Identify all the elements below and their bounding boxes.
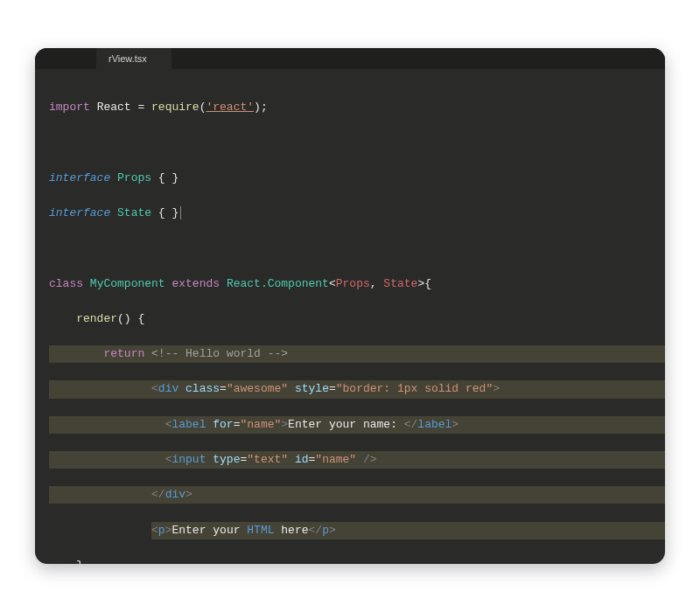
jsx-tag: div <box>158 382 178 395</box>
code-line-selected: <div class="awesome" style="border: 1px … <box>49 380 665 398</box>
text-cursor <box>180 206 181 219</box>
code-line: <p>Enter your HTML here</p> <box>49 522 665 539</box>
generic-param: Props <box>336 277 370 290</box>
string-literal: "text" <box>247 453 288 466</box>
keyword-extends: extends <box>172 277 220 290</box>
base-class: React.Component <box>227 277 329 290</box>
identifier: React <box>97 101 131 114</box>
function-call: require <box>151 101 200 114</box>
jsx-attr: class <box>186 382 220 395</box>
jsx-tag: p <box>322 524 329 537</box>
code-line: interface Props { } <box>49 170 665 187</box>
jsx-tag: label <box>172 418 206 431</box>
jsx-comment: <!-- Hello world --> <box>151 347 288 360</box>
type-name: Props <box>117 171 151 184</box>
file-tab[interactable]: rView.tsx <box>96 48 172 69</box>
string-literal: 'react' <box>206 101 254 114</box>
tab-bar: rView.tsx <box>35 48 665 69</box>
tab-filename: rView.tsx <box>108 53 147 64</box>
generic-param: State <box>383 277 417 290</box>
code-line-selected: </div> <box>49 486 665 504</box>
keyword-interface: interface <box>49 171 110 184</box>
jsx-text: Enter your name: <box>288 418 404 431</box>
code-line <box>49 134 665 151</box>
jsx-attr: id <box>295 453 309 466</box>
string-literal: "awesome" <box>227 382 288 395</box>
keyword-return: return <box>103 347 144 360</box>
jsx-tag: label <box>417 418 452 431</box>
code-line: interface State { } <box>49 205 665 222</box>
code-line: } <box>49 557 665 564</box>
jsx-attr: type <box>213 453 240 466</box>
code-line-selected: <input type="text" id="name" /> <box>49 451 665 469</box>
code-editor-area[interactable]: import React = require('react'); interfa… <box>35 69 665 564</box>
jsx-tag: div <box>165 488 186 501</box>
code-line: render() { <box>49 310 665 328</box>
class-name: MyComponent <box>90 277 165 290</box>
method-name: render <box>76 312 117 325</box>
code-line: import React = require('react'); <box>49 99 665 116</box>
code-line-selected: return <!-- Hello world --> <box>49 345 665 363</box>
code-line <box>49 240 665 257</box>
type-name: State <box>117 206 151 219</box>
jsx-tag: p <box>158 524 165 537</box>
string-literal: "name" <box>240 418 281 431</box>
code-line: class MyComponent extends React.Componen… <box>49 275 665 293</box>
editor-window: rView.tsx import React = require('react'… <box>35 48 665 564</box>
keyword-interface: interface <box>49 206 110 219</box>
string-literal: "name" <box>315 453 356 466</box>
jsx-tag: input <box>172 453 206 466</box>
jsx-attr: for <box>213 418 233 431</box>
code-line-selected: <label for="name">Enter your name: </lab… <box>49 416 665 434</box>
keyword-import: import <box>49 101 90 114</box>
jsx-attr: style <box>295 382 329 395</box>
string-literal: "border: 1px solid red" <box>336 382 493 395</box>
keyword-class: class <box>49 277 83 290</box>
jsx-text: Enter your <box>172 524 247 537</box>
